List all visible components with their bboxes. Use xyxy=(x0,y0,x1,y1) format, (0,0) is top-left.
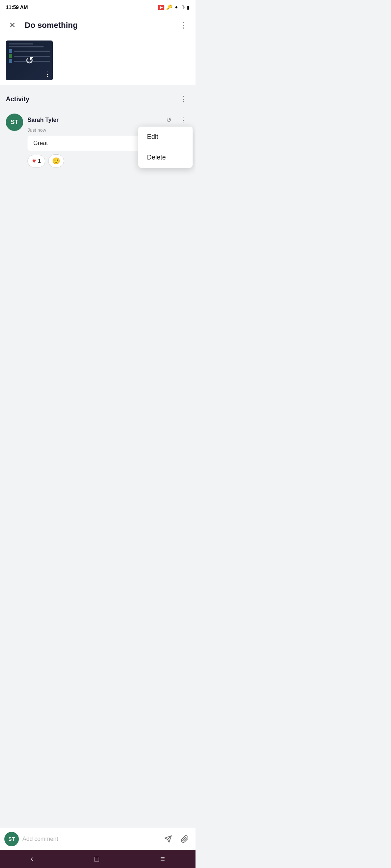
bluetooth-icon: ✦ xyxy=(174,4,178,10)
moon-icon: ☽ xyxy=(180,4,185,10)
refresh-icon: ↺ xyxy=(25,55,34,67)
thumbnail-card[interactable]: ↺ ⋮ xyxy=(6,41,53,80)
app-bar: ✕ Do something ⋮ xyxy=(0,14,196,36)
app-bar-left: ✕ Do something xyxy=(6,19,78,32)
comment-meta: Sarah Tyler ↺ ⋮ Edit Delete xyxy=(28,114,190,127)
camera-icon: ▶ xyxy=(158,5,164,10)
delete-menu-item[interactable]: Delete xyxy=(138,147,193,168)
commenter-name: Sarah Tyler xyxy=(28,117,59,123)
status-bar: 11:59 AM ▶ 🔑 ✦ ☽ ▮ xyxy=(0,0,196,14)
like-count: 1 xyxy=(38,158,41,164)
battery-icon: ▮ xyxy=(187,4,190,10)
status-icons: ▶ 🔑 ✦ ☽ ▮ xyxy=(158,4,190,10)
comment-refresh-button[interactable]: ↺ xyxy=(162,114,175,127)
thumbnail-more-icon[interactable]: ⋮ xyxy=(44,70,51,78)
more-options-button[interactable]: ⋮ xyxy=(177,19,190,32)
activity-header: Activity ⋮ xyxy=(0,88,196,109)
comment-row: ST Sarah Tyler ↺ ⋮ Edit Del xyxy=(6,114,190,167)
key-icon: 🔑 xyxy=(166,4,172,10)
heart-icon: ♥ xyxy=(32,157,36,165)
thumbnail-area: ↺ ⋮ xyxy=(0,36,196,85)
comment-actions: ↺ ⋮ Edit Delete xyxy=(162,114,190,127)
page-title: Do something xyxy=(25,21,78,30)
edit-menu-item[interactable]: Edit xyxy=(138,127,193,147)
comment-body: Sarah Tyler ↺ ⋮ Edit Delete xyxy=(28,114,190,167)
commenter-avatar: ST xyxy=(6,114,23,131)
activity-title: Activity xyxy=(6,95,29,103)
status-left: 11:59 AM xyxy=(6,4,28,10)
comment-more-button[interactable]: ⋮ Edit Delete xyxy=(177,114,190,127)
context-menu: Edit Delete xyxy=(138,127,193,168)
activity-more-button[interactable]: ⋮ xyxy=(177,93,190,106)
add-reaction-button[interactable]: 🙂 xyxy=(48,154,64,167)
like-reaction-button[interactable]: ♥ 1 xyxy=(28,155,45,167)
activity-section: Activity ⋮ ST Sarah Tyler ↺ ⋮ xyxy=(0,88,196,172)
status-time: 11:59 AM xyxy=(6,4,28,10)
close-button[interactable]: ✕ xyxy=(6,19,19,32)
comment-card: ST Sarah Tyler ↺ ⋮ Edit Del xyxy=(0,109,196,172)
emoji-icon: 🙂 xyxy=(52,157,60,165)
